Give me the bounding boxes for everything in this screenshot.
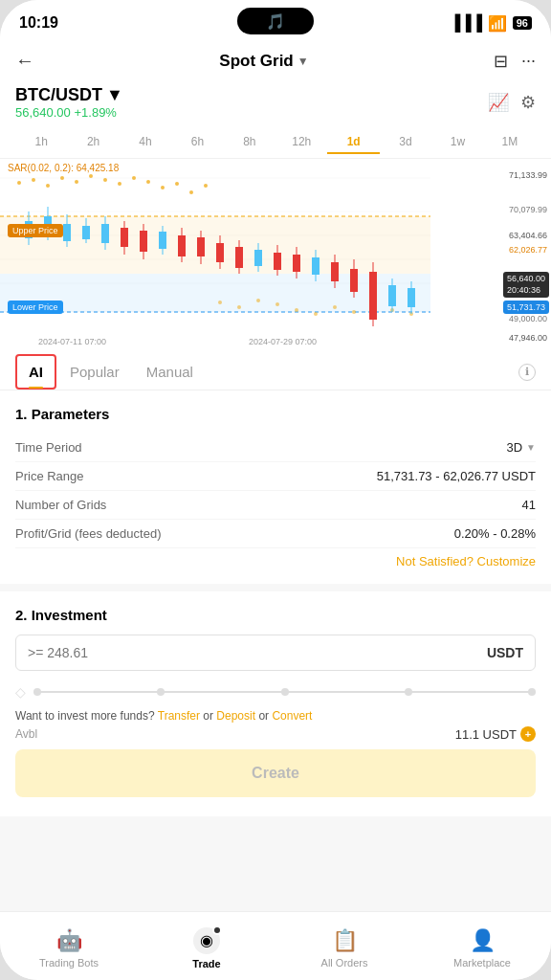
parameters-title: 1. Parameters (15, 406, 536, 422)
date-label-2: 2024-07-29 07:00 (249, 337, 317, 346)
tab-ai[interactable]: AI (15, 354, 56, 390)
tab-4h[interactable]: 4h (120, 131, 171, 154)
current-price-box: 56,640.00 20:40:36 (503, 272, 549, 298)
battery-icon: 96 (513, 16, 532, 30)
slider-dots (33, 688, 536, 696)
svg-point-14 (75, 180, 78, 184)
param-label-time: Time Period (15, 440, 82, 455)
transfer-link[interactable]: Transfer (158, 709, 200, 723)
slider-track[interactable] (33, 691, 536, 693)
trading-bots-label: Trading Bots (39, 957, 99, 969)
deposit-link[interactable]: Deposit (216, 709, 255, 723)
time-period-value: 3D (506, 440, 522, 455)
tab-manual[interactable]: Manual (133, 354, 207, 390)
current-price-value: 56,640.00 (507, 274, 545, 285)
tab-1h[interactable]: 1h (15, 131, 67, 154)
svg-point-12 (46, 184, 50, 188)
create-button[interactable]: Create (15, 749, 536, 797)
svg-rect-54 (197, 237, 205, 256)
investment-input-row: USDT (15, 635, 536, 671)
avbl-plus-icon[interactable]: + (520, 726, 536, 742)
convert-link[interactable]: Convert (272, 709, 312, 723)
pair-price-value: 56,640.00 (15, 105, 71, 120)
back-button[interactable]: ← (15, 50, 34, 72)
svg-point-10 (17, 181, 21, 185)
all-orders-label: All Orders (321, 957, 368, 969)
chart-container: SAR(0.02, 0.2): 64,425.18 Upper Price Lo… (0, 159, 551, 350)
price-label-p2: 63,404.66 (509, 231, 547, 240)
svg-rect-76 (408, 288, 415, 307)
nav-trade[interactable]: ◉ Trade (138, 912, 276, 980)
status-time: 10:19 (19, 14, 58, 32)
slider-dot-3 (281, 688, 289, 696)
mode-tabs-left: AI Popular Manual (15, 354, 207, 390)
tab-12h[interactable]: 12h (276, 131, 327, 154)
tab-1d[interactable]: 1d (327, 131, 379, 154)
info-icon[interactable]: ℹ (518, 364, 536, 381)
svg-rect-72 (369, 272, 377, 320)
trade-icon: ◉ (200, 931, 213, 949)
investment-input[interactable] (28, 645, 487, 660)
dynamic-island-content: 🎵 (266, 12, 285, 31)
param-value-time[interactable]: 3D ▼ (506, 440, 536, 455)
svg-rect-56 (216, 243, 224, 262)
parameters-section: 1. Parameters Time Period 3D ▼ Price Ran… (0, 390, 551, 584)
param-label-price: Price Range (15, 469, 84, 483)
header-dropdown-arrow[interactable]: ▼ (298, 55, 309, 68)
svg-rect-68 (331, 262, 339, 281)
customize-text[interactable]: Not Satisfied? Customize (396, 554, 536, 568)
pair-icons: 📈 ⚙ (488, 92, 536, 113)
nav-marketplace[interactable]: 👤 Marketplace (413, 912, 551, 980)
tab-3d[interactable]: 3d (380, 131, 431, 154)
upper-price-tag: Upper Price (8, 224, 63, 237)
param-value-grids: 41 (522, 498, 536, 512)
mode-tabs: AI Popular Manual ℹ (0, 354, 551, 390)
date-label-1: 2024-07-11 07:00 (38, 337, 106, 346)
param-label-profit: Profit/Grid (fees deducted) (15, 526, 161, 541)
wifi-icon: 📶 (488, 14, 507, 33)
svg-rect-50 (159, 232, 166, 249)
svg-point-24 (218, 301, 222, 304)
slider-row: ◇ (15, 680, 536, 709)
settings-icon[interactable]: ⚙ (520, 92, 536, 113)
nav-all-orders[interactable]: 📋 All Orders (276, 912, 413, 980)
svg-point-31 (352, 310, 356, 314)
chart-icon[interactable]: 📈 (488, 92, 509, 113)
dynamic-island: 🎵 (237, 8, 314, 34)
tab-6h[interactable]: 6h (171, 131, 223, 154)
svg-rect-42 (82, 226, 90, 239)
svg-point-25 (237, 305, 241, 309)
marketplace-label: Marketplace (453, 957, 511, 969)
or-label-2: or (258, 709, 272, 723)
price-label-p7: 47,946.00 (509, 333, 547, 343)
pair-name[interactable]: BTC/USDT ▼ (15, 85, 123, 105)
svg-point-20 (161, 186, 165, 189)
nav-trading-bots[interactable]: 🤖 Trading Bots (0, 912, 138, 980)
avbl-row: Avbl 11.1 USDT + (15, 726, 536, 742)
pair-price-row: 56,640.00 +1.89% (15, 105, 123, 120)
tab-1M[interactable]: 1M (484, 131, 536, 154)
svg-point-26 (256, 299, 260, 302)
tab-8h[interactable]: 8h (224, 131, 276, 154)
svg-rect-52 (178, 235, 186, 256)
diamond-icon: ◇ (15, 684, 26, 700)
tab-popular[interactable]: Popular (56, 354, 133, 390)
help-icon[interactable]: ⊟ (494, 51, 508, 72)
pair-name-text: BTC/USDT (15, 85, 102, 105)
time-period-dropdown[interactable]: ▼ (526, 442, 536, 453)
customize-link[interactable]: Not Satisfied? Customize (15, 554, 536, 568)
avbl-label: Avbl (15, 727, 37, 741)
pair-dropdown[interactable]: ▼ (106, 85, 123, 105)
price-label-top: 71,133.99 (509, 170, 547, 180)
tab-1w[interactable]: 1w (431, 131, 483, 154)
svg-rect-40 (63, 224, 71, 241)
content-area: 1. Parameters Time Period 3D ▼ Price Ran… (0, 390, 551, 911)
svg-rect-44 (101, 224, 109, 243)
tab-2h[interactable]: 2h (67, 131, 119, 154)
svg-rect-58 (235, 247, 243, 268)
param-row-profit: Profit/Grid (fees deducted) 0.20% - 0.28… (15, 520, 536, 548)
svg-point-22 (189, 190, 193, 194)
more-icon[interactable]: ··· (521, 51, 536, 71)
lower-price-tag: Lower Price (8, 301, 63, 314)
avbl-amount: 11.1 USDT (455, 727, 517, 742)
